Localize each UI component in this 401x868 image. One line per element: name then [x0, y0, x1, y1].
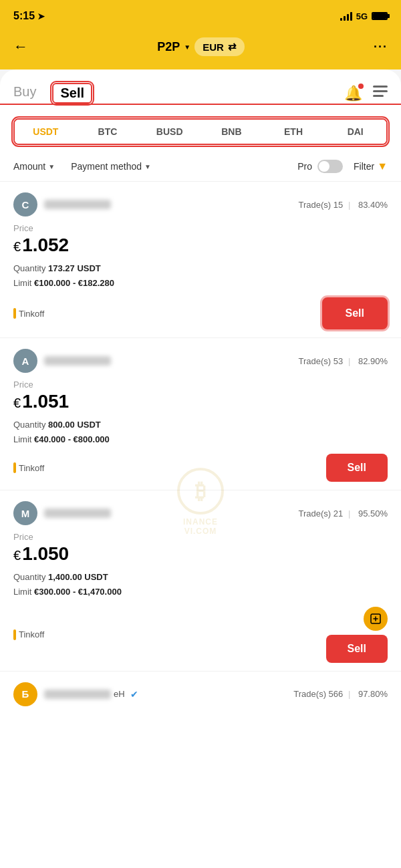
trader-info-2: A: [13, 349, 111, 373]
trade-btn-area-3: Sell: [326, 607, 388, 663]
trade-footer-1: Tinkoff Sell: [13, 297, 388, 329]
tab-buy[interactable]: Buy: [13, 84, 36, 102]
sell-button-2[interactable]: Sell: [326, 454, 388, 482]
limit-value-1: €100.000 - €182.280: [34, 278, 114, 288]
limit-row-1: Limit €100.000 - €182.280: [13, 276, 388, 291]
payment-label: Payment method: [71, 161, 142, 172]
trade-stats-3: Trade(s) 21 | 95.50%: [296, 509, 388, 519]
more-button[interactable]: ···: [374, 40, 388, 54]
nav-title: P2P: [157, 40, 180, 54]
price-currency-3: €: [13, 548, 21, 563]
signal-bar-2: [344, 16, 346, 21]
divider-3: |: [348, 509, 350, 519]
verified-icon: ✔: [130, 689, 138, 700]
divider-1: |: [348, 200, 350, 210]
quantity-value-3: 1,400.00 USDT: [48, 572, 108, 582]
trader-info-3: M: [13, 501, 111, 525]
crypto-tab-eth[interactable]: ETH: [263, 120, 325, 144]
pro-section: Pro: [297, 160, 343, 173]
battery-icon: [372, 12, 388, 20]
avatar-4: Б: [13, 682, 37, 706]
amount-label: Amount: [13, 161, 45, 172]
trade-header-1: C Trade(s) 15 | 83.40%: [13, 192, 388, 216]
trade-details-2: Quantity 800.00 USDT Limit €40.000 - €80…: [13, 418, 388, 447]
svg-rect-1: [373, 90, 388, 92]
crypto-tab-usdt[interactable]: USDT: [15, 120, 77, 144]
limit-value-2: €40.000 - €800.000: [34, 434, 110, 444]
payment-tag-1: Tinkoff: [13, 308, 44, 319]
quantity-row-1: Quantity 173.27 USDT: [13, 261, 388, 276]
pro-label: Pro: [297, 161, 312, 172]
avatar-2: A: [13, 349, 37, 373]
trade-stats-4: Trade(s) 566 | 97.80%: [291, 689, 388, 699]
sell-button-1[interactable]: Sell: [322, 297, 388, 329]
notification-icon[interactable]: 🔔: [344, 85, 362, 102]
pro-toggle[interactable]: [317, 160, 343, 173]
battery-fill: [373, 13, 386, 19]
price-label-1: Price: [13, 223, 388, 233]
currency-swap-icon: ⇄: [228, 41, 237, 53]
payment-bar-3: [13, 629, 16, 640]
payment-bar-1: [13, 308, 16, 319]
amount-filter[interactable]: Amount ▼: [13, 161, 55, 172]
status-bar: 5:15 ➤ 5G: [0, 0, 401, 29]
back-button[interactable]: ←: [13, 38, 28, 55]
list-icon[interactable]: [373, 86, 388, 101]
amount-chevron: ▼: [48, 163, 55, 170]
share-icon-button[interactable]: [364, 607, 388, 631]
price-value-3: € 1.050: [13, 543, 388, 565]
limit-row-2: Limit €40.000 - €800.000: [13, 432, 388, 447]
sell-button-3[interactable]: Sell: [326, 635, 388, 663]
trader-name-2: [44, 356, 111, 366]
avatar-3: M: [13, 501, 37, 525]
nav-bar: ← P2P ▼ EUR ⇄ ···: [0, 29, 401, 69]
signal-bar-4: [350, 12, 352, 21]
quantity-value-1: 173.27 USDT: [48, 263, 101, 273]
trade-count-3: Trade(s) 21: [299, 509, 344, 519]
trade-footer-3: Tinkoff Sell: [13, 607, 388, 663]
currency-label: EUR: [203, 41, 224, 53]
nav-currency-selector[interactable]: EUR ⇄: [194, 37, 245, 56]
filter-row: Amount ▼ Payment method ▼ Pro Filter ▼: [0, 152, 401, 182]
crypto-tab-busd[interactable]: BUSD: [138, 120, 200, 144]
completion-1: 83.40%: [358, 200, 388, 210]
crypto-tab-btc[interactable]: BTC: [77, 120, 139, 144]
price-number-3: 1.050: [22, 543, 69, 565]
trade-count-4: Trade(s) 566: [293, 689, 343, 699]
limit-value-3: €300.000 - €1,470.000: [34, 587, 122, 597]
trade-footer-2: Tinkoff Sell: [13, 454, 388, 482]
buy-sell-tabs: Buy Sell 🔔: [0, 69, 401, 104]
payment-tag-2: Tinkoff: [13, 462, 44, 473]
notification-dot: [358, 84, 364, 89]
tab-sell[interactable]: Sell: [52, 83, 92, 104]
price-label-3: Price: [13, 532, 388, 542]
payment-name-3: Tinkoff: [19, 629, 44, 639]
completion-2: 82.90%: [358, 356, 388, 366]
time-label: 5:15: [13, 10, 35, 22]
trader-name-4: [44, 690, 111, 699]
crypto-tab-dai[interactable]: DAI: [324, 120, 386, 144]
status-right: 5G: [340, 11, 388, 21]
price-currency-1: €: [13, 239, 21, 255]
filter-button[interactable]: Filter ▼: [354, 160, 388, 172]
payment-name-2: Tinkoff: [19, 463, 44, 473]
trade-count-1: Trade(s) 15: [299, 200, 344, 210]
signal-bars: [340, 11, 352, 21]
nav-center: P2P ▼ EUR ⇄: [157, 37, 245, 56]
crypto-tab-bnb[interactable]: BNB: [200, 120, 263, 144]
toggle-knob: [319, 161, 329, 172]
price-number-1: 1.052: [22, 235, 69, 256]
divider-4: |: [348, 689, 350, 699]
quantity-row-2: Quantity 800.00 USDT: [13, 418, 388, 432]
trade-details-1: Quantity 173.27 USDT Limit €100.000 - €1…: [13, 261, 388, 291]
crypto-tabs: USDT BTC BUSD BNB ETH DAI: [13, 118, 388, 145]
payment-filter[interactable]: Payment method ▼: [71, 161, 151, 172]
trade-header-3: M Trade(s) 21 | 95.50%: [13, 501, 388, 525]
svg-rect-2: [373, 95, 384, 97]
crypto-tabs-container: USDT BTC BUSD BNB ETH DAI: [0, 104, 401, 145]
trade-stats-1: Trade(s) 15 | 83.40%: [296, 200, 388, 210]
price-label-2: Price: [13, 380, 388, 390]
divider-2: |: [348, 356, 350, 366]
nav-dropdown-icon[interactable]: ▼: [184, 43, 190, 51]
location-icon: ➤: [37, 11, 45, 21]
